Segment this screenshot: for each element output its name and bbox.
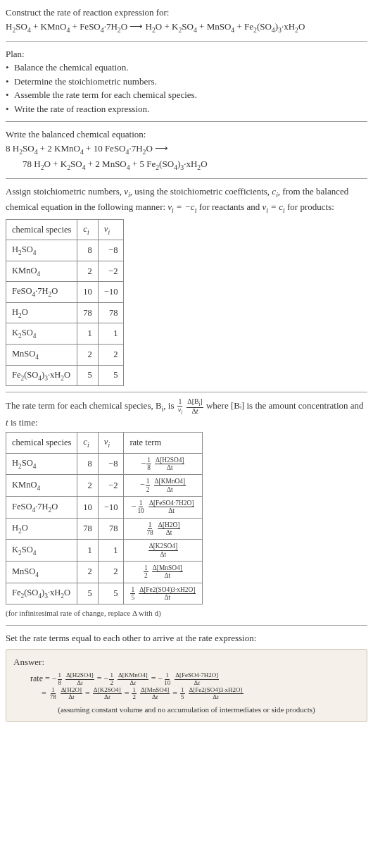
list-item: •Determine the stoichiometric numbers. (6, 75, 367, 89)
cell-species: H2O (6, 518, 77, 540)
stoich-table: chemical species ci νi H2SO48−8 KMnO42−2… (6, 219, 124, 387)
balanced-line2: 78 H2O + K2SO4 + 2 MnSO4 + 5 Fe2(SO4)3·x… (6, 157, 367, 173)
rate-term-table: chemical species ci νi rate term H2SO4 8… (6, 432, 203, 604)
cell-v: 78 (98, 518, 124, 540)
cell-v: −8 (98, 453, 124, 475)
bullet-icon: • (6, 88, 14, 102)
table-row: MnSO422 (6, 344, 124, 365)
cell-rate: 12 Δ[MnSO4]Δt (124, 561, 203, 583)
divider (6, 121, 367, 122)
cell-v: −8 (98, 240, 124, 261)
txt: The rate term for each chemical species,… (6, 400, 162, 411)
txt: , is (163, 400, 176, 411)
col-rate: rate term (124, 433, 203, 454)
answer-label: Answer: (13, 655, 360, 669)
intro: Construct the rate of reaction expressio… (6, 6, 367, 35)
plan-heading: Plan: (6, 47, 367, 61)
rate-term-section: The rate term for each chemical species,… (6, 398, 367, 619)
sign: − (141, 459, 146, 469)
cell-species: H2O (6, 302, 77, 323)
balance-heading: Write the balanced chemical equation: (6, 128, 367, 142)
cell-v: 1 (98, 323, 124, 345)
cell-c: 10 (77, 282, 99, 303)
prompt-text: Construct the rate of reaction expressio… (6, 6, 367, 20)
plan-item-text: Determine the stoichiometric numbers. (14, 75, 157, 89)
cell-species: FeSO4·7H2O (6, 497, 77, 519)
rate-expression-line2: = 178 Δ[H2O]Δt = Δ[K2SO4]Δt = 12 Δ[MnSO4… (13, 687, 360, 702)
fraction: 1νi (177, 398, 183, 416)
txt: for products: (285, 202, 334, 212)
bullet-icon: • (6, 102, 14, 116)
sign: − (140, 480, 145, 490)
cell-c: 2 (77, 261, 99, 282)
col-ci: ci (77, 219, 99, 240)
cell-v: −10 (98, 282, 124, 303)
ci-symbol: ci (272, 186, 278, 197)
table-note: (for infinitesimal rate of change, repla… (6, 607, 367, 619)
table-row: H2O 78 78 178 Δ[H2O]Δt (6, 518, 203, 540)
col-ci: ci (77, 433, 99, 454)
balanced-line1: 8 H2SO4 + 2 KMnO4 + 10 FeSO4·7H2O ⟶ (6, 142, 367, 157)
fraction: Δ[Bi]Δt (186, 398, 203, 416)
list-item: •Balance the chemical equation. (6, 61, 367, 75)
lhs: H2SO4 + KMnO4 + FeSO4·7H2O (6, 21, 127, 32)
balanced-equation: 8 H2SO4 + 2 KMnO4 + 10 FeSO4·7H2O ⟶ 78 H… (6, 142, 367, 173)
relation: νi = ci (263, 202, 285, 212)
col-species: chemical species (6, 219, 77, 240)
txt: for reactants and (196, 202, 262, 212)
cell-c: 2 (77, 561, 99, 583)
cell-species: H2SO4 (6, 240, 77, 261)
cell-c: 78 (77, 518, 99, 540)
cell-v: −2 (98, 475, 124, 497)
cell-rate: Δ[K2SO4]Δt (124, 540, 203, 562)
table-row: H2O7878 (6, 302, 124, 323)
cell-v: 1 (98, 540, 124, 562)
txt: , using the stoichiometric coefficients, (130, 186, 272, 197)
cell-c: 2 (77, 475, 99, 497)
cell-c: 10 (77, 497, 99, 519)
cell-species: K2SO4 (6, 540, 77, 562)
assign-section: Assign stoichiometric numbers, νi, using… (6, 185, 367, 386)
divider (6, 392, 367, 392)
cell-species: Fe2(SO4)3·xH2O (6, 365, 77, 386)
txt: is time: (8, 417, 38, 428)
cell-rate: −12 Δ[KMnO4]Δt (124, 475, 203, 497)
cell-c: 5 (77, 583, 99, 604)
cell-species: KMnO4 (6, 475, 77, 497)
cell-rate: −110 Δ[FeSO4·7H2O]Δt (124, 497, 203, 519)
final-heading: Set the rate terms equal to each other t… (6, 631, 367, 645)
col-nu: νi (98, 219, 124, 240)
answer-box: Answer: rate = −18 Δ[H2SO4]Δt = −12 Δ[KM… (6, 649, 367, 722)
plan-item-text: Write the rate of reaction expression. (14, 102, 149, 116)
cell-rate: 15 Δ[Fe2(SO4)3·xH2O]Δt (124, 583, 203, 604)
balanced-equation-section: Write the balanced chemical equation: 8 … (6, 128, 367, 173)
cell-c: 78 (77, 302, 99, 323)
final-section: Set the rate terms equal to each other t… (6, 631, 367, 722)
divider (6, 178, 367, 179)
cell-v: 78 (98, 302, 124, 323)
cell-species: K2SO4 (6, 323, 77, 345)
cell-v: −10 (98, 497, 124, 519)
list-item: •Write the rate of reaction expression. (6, 102, 367, 116)
table-row: MnSO4 2 2 12 Δ[MnSO4]Δt (6, 561, 203, 583)
plan-item-text: Balance the chemical equation. (14, 61, 128, 75)
cell-species: Fe2(SO4)3·xH2O (6, 583, 77, 604)
cell-species: FeSO4·7H2O (6, 282, 77, 303)
cell-v: 2 (98, 344, 124, 365)
cell-v: 5 (98, 583, 124, 604)
unbalanced-equation: H2SO4 + KMnO4 + FeSO4·7H2O ⟶ H2O + K2SO4… (6, 20, 367, 35)
cell-c: 5 (77, 365, 99, 386)
divider (6, 625, 367, 626)
txt: where [Bᵢ] is the amount concentration a… (206, 400, 364, 411)
cell-c: 8 (77, 453, 99, 475)
rhs: H2O + K2SO4 + MnSO4 + Fe2(SO4)3·xH2O (146, 21, 305, 32)
bullet-icon: • (6, 75, 14, 89)
table-row: H2SO48−8 (6, 240, 124, 261)
cell-c: 1 (77, 323, 99, 345)
list-item: •Assemble the rate term for each chemica… (6, 88, 367, 102)
nu-symbol: νi (124, 186, 130, 197)
table-row: FeSO4·7H2O 10 −10 −110 Δ[FeSO4·7H2O]Δt (6, 497, 203, 519)
bullet-icon: • (6, 61, 14, 75)
table-row: K2SO4 1 1 Δ[K2SO4]Δt (6, 540, 203, 562)
cell-c: 8 (77, 240, 99, 261)
